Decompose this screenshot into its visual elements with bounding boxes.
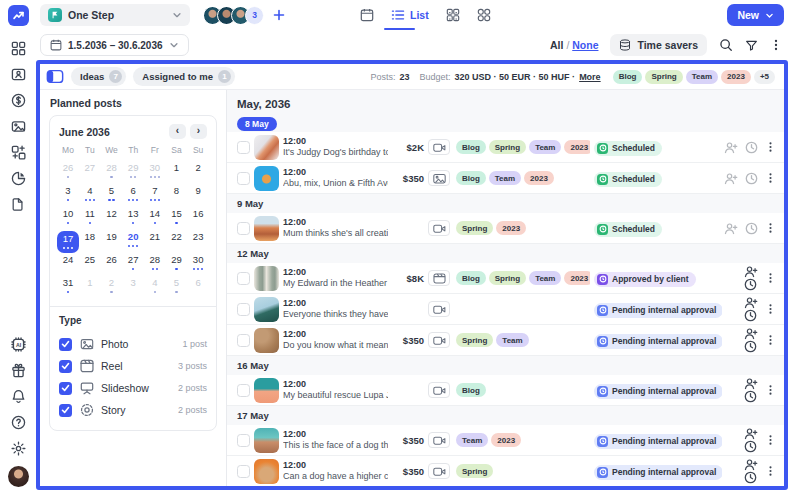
tag[interactable]: Spring: [645, 70, 682, 84]
tag[interactable]: 2023: [491, 433, 521, 447]
checkbox-checked[interactable]: [59, 360, 72, 373]
calendar-day[interactable]: 19: [101, 231, 123, 254]
calendar-day[interactable]: 10: [57, 208, 79, 231]
settings-icon[interactable]: [10, 440, 26, 456]
type-filter-story[interactable]: Story 2 posts: [59, 399, 207, 421]
tag[interactable]: Spring: [489, 271, 526, 285]
integrations-icon[interactable]: [10, 144, 26, 160]
tag[interactable]: Team: [496, 333, 528, 347]
more-options-button[interactable]: [770, 39, 782, 51]
calendar-day[interactable]: 21: [144, 231, 166, 254]
tag[interactable]: 2023: [721, 70, 751, 84]
assign-user-button[interactable]: [724, 141, 738, 154]
calendar-day[interactable]: 28: [144, 254, 166, 277]
calendar-day[interactable]: 6: [122, 185, 144, 208]
post-thumbnail[interactable]: [254, 459, 279, 484]
time-savers-button[interactable]: Time savers: [610, 34, 707, 56]
calendar-day[interactable]: 31: [57, 277, 79, 300]
post-thumbnail[interactable]: [254, 378, 279, 403]
calendar-day[interactable]: 4: [79, 185, 101, 208]
schedule-button[interactable]: [745, 222, 758, 235]
post-row[interactable]: 12:00 My beautiful rescue Lupa Jean.This…: [227, 375, 784, 406]
checkbox[interactable]: [237, 303, 250, 316]
calendar-day[interactable]: 13: [122, 208, 144, 231]
calendar-day[interactable]: 2: [187, 162, 209, 185]
tag[interactable]: 2023: [524, 171, 554, 185]
post-menu-button[interactable]: [765, 384, 776, 396]
post-row[interactable]: 12:00 Mum thinks she's all creative and …: [227, 213, 784, 244]
gifts-icon[interactable]: [10, 362, 26, 378]
checkbox-checked[interactable]: [59, 382, 72, 395]
schedule-button[interactable]: [745, 172, 758, 185]
calendar-day[interactable]: 7: [144, 185, 166, 208]
checkbox[interactable]: [237, 465, 250, 478]
tag[interactable]: 2023: [496, 221, 526, 235]
post-thumbnail[interactable]: [254, 266, 279, 291]
new-button[interactable]: New: [727, 4, 784, 26]
ai-icon[interactable]: AI: [10, 336, 26, 352]
calendar-day[interactable]: 16: [187, 208, 209, 231]
analytics-icon[interactable]: [10, 170, 26, 186]
notes-icon[interactable]: [10, 196, 26, 212]
checkbox-checked[interactable]: [59, 404, 72, 417]
post-row[interactable]: 12:00 This is the face of a dog that h..…: [227, 425, 784, 456]
calendar-day[interactable]: 17: [57, 231, 79, 253]
calendar-prev-button[interactable]: ‹: [169, 124, 186, 139]
tag[interactable]: Blog: [456, 383, 486, 397]
date-range-picker[interactable]: 1.5.2036 – 30.6.2036: [40, 34, 189, 56]
view-calendar-button[interactable]: [360, 0, 374, 30]
budget-more-link[interactable]: More: [579, 72, 601, 82]
media-library-icon[interactable]: [10, 118, 26, 134]
calendar-day[interactable]: 26: [101, 254, 123, 277]
calendar-day[interactable]: 22: [166, 231, 188, 254]
workspace-selector[interactable]: One Step: [40, 4, 190, 26]
calendar-day[interactable]: 9: [187, 185, 209, 208]
tag[interactable]: Team: [529, 140, 561, 154]
assign-user-button[interactable]: [744, 458, 758, 471]
tag[interactable]: Team: [489, 171, 521, 185]
apps-grid-icon[interactable]: [10, 40, 26, 56]
calendar-day[interactable]: 12: [101, 208, 123, 231]
member-avatars[interactable]: 3: [203, 6, 264, 25]
post-row[interactable]: 12:00 It's Judgy Dog's birthday today...…: [227, 132, 784, 163]
post-thumbnail[interactable]: [254, 166, 279, 191]
calendar-day[interactable]: 23: [187, 231, 209, 254]
checkbox[interactable]: [237, 141, 250, 154]
checkbox[interactable]: [237, 434, 250, 447]
schedule-button[interactable]: [745, 141, 758, 154]
calendar-day[interactable]: 29: [122, 162, 144, 185]
post-menu-button[interactable]: [765, 465, 776, 477]
schedule-button[interactable]: [744, 440, 758, 453]
tag[interactable]: Spring: [456, 464, 493, 478]
calendar-day[interactable]: 28: [101, 162, 123, 185]
post-row[interactable]: 12:00 Everyone thinks they have the cute…: [227, 294, 784, 325]
assign-user-button[interactable]: [724, 222, 738, 235]
view-grid-button[interactable]: [477, 0, 491, 30]
type-filter-slideshow[interactable]: Slideshow 2 posts: [59, 377, 207, 399]
calendar-day[interactable]: 18: [79, 231, 101, 254]
select-all-link[interactable]: All: [550, 39, 563, 51]
checkbox-checked[interactable]: [59, 338, 72, 351]
calendar-day[interactable]: 24: [57, 254, 79, 277]
calendar-day[interactable]: 1: [79, 277, 101, 300]
checkbox[interactable]: [237, 384, 250, 397]
members-count-badge[interactable]: 3: [245, 6, 264, 25]
tag[interactable]: Spring: [456, 333, 493, 347]
tag[interactable]: Spring: [456, 221, 493, 235]
calendar-next-button[interactable]: ›: [190, 124, 207, 139]
tag[interactable]: 2023: [564, 271, 590, 285]
post-thumbnail[interactable]: [254, 297, 279, 322]
calendar-day[interactable]: 3: [122, 277, 144, 300]
search-button[interactable]: [719, 38, 733, 52]
calendar-day[interactable]: 4: [144, 277, 166, 300]
calendar-day[interactable]: 5: [101, 185, 123, 208]
post-menu-button[interactable]: [765, 172, 776, 184]
post-thumbnail[interactable]: [254, 428, 279, 453]
calendar-day[interactable]: 6: [187, 277, 209, 300]
calendar-day[interactable]: 15: [166, 208, 188, 231]
schedule-button[interactable]: [744, 340, 758, 353]
help-icon[interactable]: [10, 414, 26, 430]
profile-avatar[interactable]: [8, 466, 29, 487]
calendar-day[interactable]: 14: [144, 208, 166, 231]
tag[interactable]: 2023: [564, 140, 590, 154]
